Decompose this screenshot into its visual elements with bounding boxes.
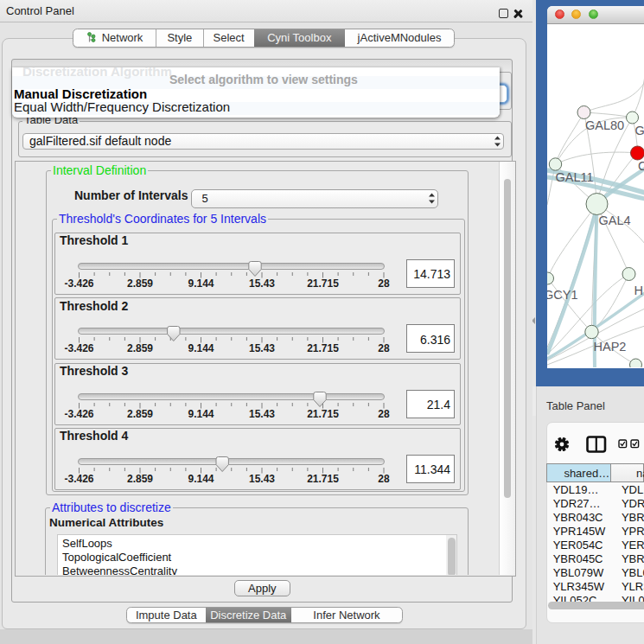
svg-text:2.859: 2.859 (126, 472, 152, 484)
svg-text:GCY1: GCY1 (547, 288, 578, 302)
svg-text:2.859: 2.859 (126, 277, 152, 290)
svg-text:9.144: 9.144 (188, 277, 214, 290)
svg-text:GAL4: GAL4 (598, 214, 630, 227)
svg-text:15.43: 15.43 (248, 472, 274, 484)
svg-text:21.715: 21.715 (307, 472, 339, 484)
svg-text:GAL80: GAL80 (585, 118, 624, 132)
svg-text:HAP2: HAP2 (593, 340, 626, 354)
svg-text:28: 28 (378, 407, 390, 419)
svg-text:C: C (638, 159, 644, 173)
svg-text:9.144: 9.144 (188, 342, 214, 354)
svg-text:15.43: 15.43 (248, 277, 274, 290)
svg-text:-3.426: -3.426 (64, 472, 93, 484)
svg-text:2.859: 2.859 (126, 342, 152, 354)
svg-text:-3.426: -3.426 (64, 407, 93, 419)
svg-text:-3.426: -3.426 (64, 342, 93, 354)
svg-text:21.715: 21.715 (307, 342, 339, 354)
svg-text:9.144: 9.144 (188, 472, 214, 484)
svg-text:GAL11: GAL11 (555, 170, 593, 184)
svg-text:15.43: 15.43 (248, 407, 274, 419)
svg-text:2.859: 2.859 (126, 407, 152, 419)
svg-text:9.144: 9.144 (188, 407, 214, 419)
svg-text:28: 28 (378, 277, 390, 290)
svg-text:28: 28 (378, 342, 390, 354)
svg-text:GA: GA (634, 124, 644, 137)
svg-text:15.43: 15.43 (248, 342, 274, 354)
svg-text:21.715: 21.715 (307, 407, 339, 419)
svg-text:21.715: 21.715 (307, 277, 339, 290)
svg-text:HI: HI (634, 284, 644, 297)
svg-text:-3.426: -3.426 (64, 277, 93, 290)
svg-text:28: 28 (378, 472, 390, 484)
